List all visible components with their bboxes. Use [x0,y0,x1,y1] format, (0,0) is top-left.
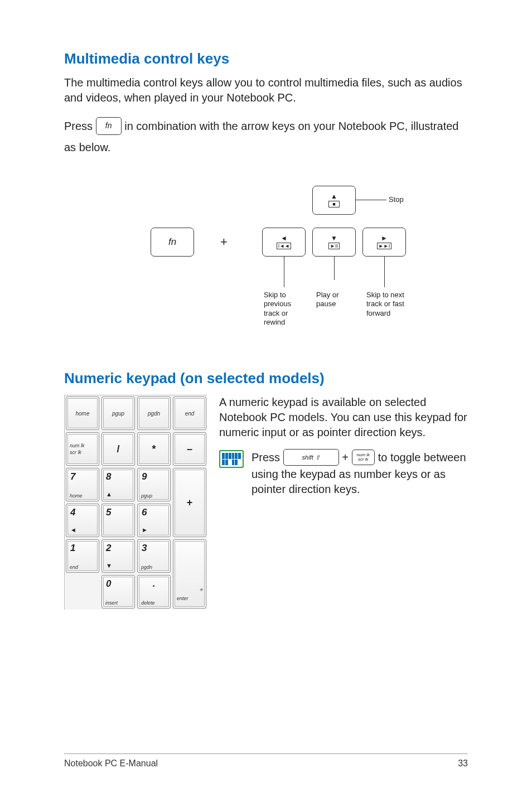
key-pgup: pgup [101,397,135,430]
note-text: Press shift ⇧ + num lk scr lk to toggle … [252,450,468,497]
key-pgdn: pgdn [137,397,171,430]
page-footer: Notebook PC E-Manual 33 [64,753,468,769]
key-5: 5 [101,504,135,537]
note-block: Press shift ⇧ + num lk scr lk to toggle … [219,450,468,497]
key-7: 7home [66,468,99,501]
prev-track-icon: I◄◄ [277,243,291,249]
diagram-key-right-next: ► ►►I [362,228,406,257]
diagram-key-up-stop: ▲ ■ [312,186,356,215]
press-after: in combination with the arrow keys on yo… [64,120,458,153]
callout-line [356,200,386,200]
label-skip-next: Skip to next track or fast forward [366,291,411,318]
key-enter: enter⎆ [173,539,206,608]
diagram-key-down-play: ▼ ►II [312,228,356,257]
triangle-down-icon: ▼ [331,235,337,241]
triangle-up-icon: ▲ [331,193,337,200]
triangle-left-icon: ◄ [280,235,287,241]
label-skip-prev: Skip to previous track or rewind [264,291,308,327]
label-play-pause: Play or pause [316,291,350,309]
callout-line [284,257,284,287]
key-3: 3pgdn [137,539,171,573]
footer-page-number: 33 [458,758,468,769]
key-numlk: num lk scr lk [66,432,99,466]
key-4: 4◄ [66,504,99,537]
key-0: 0insert [101,575,135,608]
fn-key-inline: fn [96,117,122,135]
play-pause-icon: ►II [328,243,340,249]
next-track-icon: ►►I [377,243,391,249]
key-2: 2▼ [101,539,135,573]
numeric-keypad-diagram: home pgup pgdn end num lk scr lk / * – 7… [64,395,207,610]
numlk-key: num lk scr lk [352,450,375,465]
multimedia-diagram: fn + ▲ ■ ◄ I◄◄ ▼ ►II ► ►►I Stop Skip to … [64,169,468,353]
keypad-note-icon [219,450,244,468]
key-home: home [66,397,99,430]
numeric-intro: A numeric keypad is available on selecte… [219,395,468,440]
heading-multimedia: Multimedia control keys [64,50,468,67]
heading-numeric: Numeric keypad (on selected models) [64,370,468,387]
key-slash: / [101,432,135,466]
diagram-key-left-prev: ◄ I◄◄ [262,228,306,257]
callout-line [334,257,335,280]
multimedia-press-line: Press fn in combination with the arrow k… [64,115,468,158]
diagram-fn-key: fn [151,228,194,257]
key-end: end [173,397,206,430]
key-plus: + [173,468,206,537]
key-minus: – [173,432,206,466]
stop-icon: ■ [328,201,340,207]
key-9: 9pgup [137,468,171,501]
multimedia-intro: The multimedia control keys allow you to… [64,75,468,105]
triangle-right-icon: ► [381,235,388,241]
key-dot: .delete [137,575,171,608]
diagram-plus: + [220,235,228,249]
label-stop: Stop [389,195,422,204]
key-star: * [137,432,171,466]
footer-title: Notebook PC E-Manual [64,758,158,769]
key-8: 8▲ [101,468,135,501]
press-word: Press [64,120,93,132]
shift-key: shift ⇧ [283,449,339,466]
key-6: 6► [137,504,171,537]
callout-line [384,257,385,287]
key-1: 1end [66,539,99,573]
